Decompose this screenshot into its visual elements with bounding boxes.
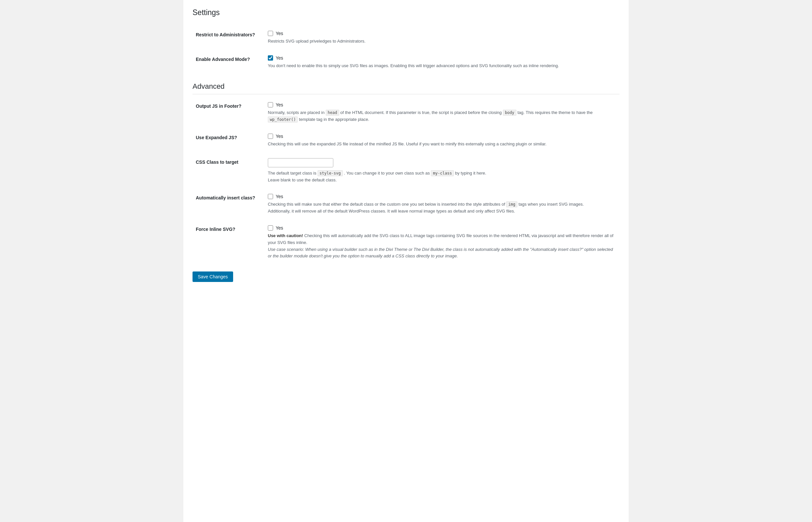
use-expanded-js-field: Yes Checking this will use the expanded … — [265, 128, 620, 153]
css-class-target-label: CSS Class to target — [192, 153, 265, 189]
css-class-target-row: CSS Class to target The default target c… — [192, 153, 620, 189]
settings-table: Restrict to Administrators? Yes Restrict… — [192, 25, 620, 75]
auto-insert-class-checkbox[interactable] — [268, 194, 273, 199]
auto-insert-class-checkbox-label[interactable]: Yes — [276, 194, 283, 199]
my-class-code: my-class — [431, 170, 454, 176]
force-inline-svg-checkbox-label[interactable]: Yes — [276, 225, 283, 230]
force-inline-svg-italic: Use case scenario: When using a visual b… — [268, 247, 613, 259]
force-inline-svg-label: Force Inline SVG? — [192, 220, 265, 265]
css-class-target-description: The default target class is style-svg . … — [268, 170, 616, 184]
output-js-footer-description: Normally, scripts are placed in head of … — [268, 109, 616, 123]
restrict-admins-description: Restricts SVG upload priveledges to Admi… — [268, 38, 616, 45]
css-class-desc-after-my-class: by typing it here. — [454, 170, 486, 176]
auto-insert-desc-line2: Additionally, it will remove all of the … — [268, 208, 515, 214]
auto-insert-class-field: Yes Checking this will make sure that ei… — [265, 188, 620, 220]
use-expanded-js-row: Use Expanded JS? Yes Checking this will … — [192, 128, 620, 153]
use-expanded-js-checkbox[interactable] — [268, 134, 273, 139]
use-expanded-js-checkbox-label[interactable]: Yes — [276, 134, 283, 139]
css-class-desc-after-style-svg: . You can change it to your own class su… — [343, 170, 431, 176]
force-inline-svg-field: Yes Use with caution! Checking this will… — [265, 220, 620, 265]
body-code: body — [503, 110, 516, 116]
auto-insert-desc-before-img: Checking this will make sure that either… — [268, 202, 506, 207]
force-inline-svg-checkbox[interactable] — [268, 225, 273, 230]
enable-advanced-mode-checkbox[interactable] — [268, 55, 273, 61]
force-inline-svg-after-bold: Checking this will automatically add the… — [268, 233, 613, 245]
force-inline-svg-bold: Use with caution! — [268, 233, 303, 238]
use-expanded-js-description: Checking this will use the expanded JS f… — [268, 141, 616, 148]
output-js-footer-desc-after-head: of the HTML document. If this parameter … — [339, 110, 503, 115]
restrict-admins-checkbox[interactable] — [268, 31, 273, 36]
css-class-desc-before-style-svg: The default target class is — [268, 170, 318, 176]
img-code: img — [506, 201, 517, 207]
page-title: Settings — [192, 8, 620, 18]
page-wrapper: Settings Restrict to Administrators? Yes… — [183, 0, 629, 522]
use-expanded-js-checkbox-row: Yes — [268, 134, 616, 139]
head-code: head — [326, 110, 339, 116]
wp-footer-code: wp_footer() — [268, 117, 298, 122]
enable-advanced-mode-checkbox-row: Yes — [268, 55, 616, 61]
output-js-footer-desc-before-head: Normally, scripts are placed in — [268, 110, 326, 115]
force-inline-svg-description: Use with caution! Checking this will aut… — [268, 233, 616, 260]
auto-insert-class-checkbox-row: Yes — [268, 194, 616, 199]
style-svg-code: style-svg — [318, 170, 343, 176]
enable-advanced-mode-row: Enable Advanced Mode? Yes You don't need… — [192, 50, 620, 75]
advanced-table: Output JS in Footer? Yes Normally, scrip… — [192, 97, 620, 265]
restrict-admins-row: Restrict to Administrators? Yes Restrict… — [192, 25, 620, 50]
output-js-footer-checkbox[interactable] — [268, 102, 273, 107]
auto-insert-desc-after-img: tags when you insert SVG images. — [517, 202, 584, 207]
output-js-footer-label: Output JS in Footer? — [192, 97, 265, 128]
output-js-footer-desc-after-wp-footer: template tag in the appropriate place. — [298, 117, 369, 122]
auto-insert-class-label: Automatically insert class? — [192, 188, 265, 220]
css-class-target-field: The default target class is style-svg . … — [265, 153, 620, 189]
enable-advanced-mode-checkbox-label[interactable]: Yes — [276, 55, 283, 61]
force-inline-svg-checkbox-row: Yes — [268, 225, 616, 230]
enable-advanced-mode-field: Yes You don't need to enable this to sim… — [265, 50, 620, 75]
force-inline-svg-row: Force Inline SVG? Yes Use with caution! … — [192, 220, 620, 265]
restrict-admins-checkbox-row: Yes — [268, 31, 616, 36]
output-js-footer-checkbox-row: Yes — [268, 102, 616, 107]
auto-insert-class-description: Checking this will make sure that either… — [268, 201, 616, 215]
use-expanded-js-label: Use Expanded JS? — [192, 128, 265, 153]
enable-advanced-mode-description: You don't need to enable this to simply … — [268, 63, 616, 69]
restrict-admins-checkbox-label[interactable]: Yes — [276, 31, 283, 36]
output-js-footer-row: Output JS in Footer? Yes Normally, scrip… — [192, 97, 620, 128]
output-js-footer-field: Yes Normally, scripts are placed in head… — [265, 97, 620, 128]
output-js-footer-checkbox-label[interactable]: Yes — [276, 102, 283, 107]
output-js-footer-desc-after-body: tag. This requires the theme to have the — [516, 110, 593, 115]
auto-insert-class-row: Automatically insert class? Yes Checking… — [192, 188, 620, 220]
css-class-desc-line2: Leave blank to use the default class. — [268, 178, 337, 182]
css-class-target-input[interactable] — [268, 158, 333, 167]
save-changes-button[interactable]: Save Changes — [192, 272, 233, 282]
advanced-section-title: Advanced — [192, 82, 620, 94]
restrict-admins-field: Yes Restricts SVG upload priveledges to … — [265, 25, 620, 50]
restrict-admins-label: Restrict to Administrators? — [192, 25, 265, 50]
enable-advanced-mode-label: Enable Advanced Mode? — [192, 50, 265, 75]
